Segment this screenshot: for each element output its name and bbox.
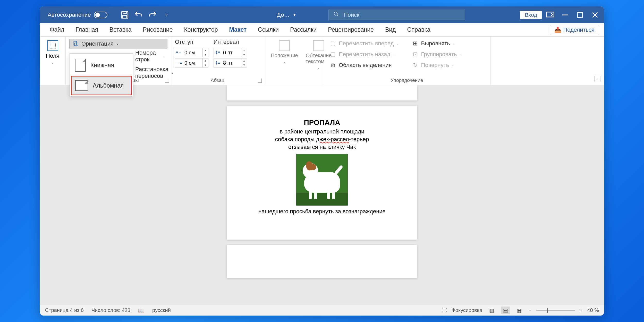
statusbar: Страница 4 из 6 Число слов: 423 📖 русски…	[40, 305, 604, 316]
spacing-before-icon: ‡≡	[214, 50, 222, 55]
menubar: Файл Главная Вставка Рисование Конструкт…	[40, 23, 604, 37]
redo-button[interactable]	[148, 10, 157, 20]
app-window: Автосохранение ▽ До… ▼ Поиск Вход Файл Г…	[40, 6, 604, 316]
tab-insert[interactable]: Вставка	[105, 24, 136, 35]
wrap-text-icon	[313, 40, 324, 51]
tab-draw[interactable]: Рисование	[138, 24, 177, 35]
spacing-after-spinner[interactable]: ‡≡ 8 пт ▲▼	[214, 58, 247, 67]
autosave-label: Автосохранение	[48, 12, 91, 18]
chevron-down-icon: ▼	[293, 13, 296, 17]
indent-left-icon: ≡→	[175, 50, 183, 55]
search-icon	[333, 11, 339, 19]
zoom-out-button[interactable]: −	[529, 307, 532, 313]
tab-design[interactable]: Конструктор	[179, 24, 222, 35]
collapse-ribbon-button[interactable]: ⌄	[594, 76, 600, 82]
orientation-dropdown: Книжная Альбомная	[70, 53, 133, 97]
focus-mode-button[interactable]: Фокусировка	[452, 307, 482, 313]
doc-heading: ПРОПАЛА	[304, 118, 340, 127]
spacing-label: Интервал	[214, 39, 247, 45]
position-icon	[279, 40, 290, 51]
undo-button[interactable]	[134, 10, 143, 20]
chevron-down-icon: ⌄	[162, 54, 165, 58]
chevron-down-icon: ⌄	[116, 42, 119, 46]
spellcheck-icon[interactable]: 📖	[138, 307, 145, 313]
send-backward-icon: ▢	[329, 51, 336, 58]
read-mode-button[interactable]: ▥	[487, 307, 496, 314]
bring-forward-icon: ▢	[329, 40, 336, 47]
print-layout-button[interactable]: ▤	[501, 307, 510, 314]
selection-pane-icon: ⎚	[329, 62, 336, 69]
svg-rect-2	[123, 15, 127, 18]
ribbon: Поля ⌄ Ориентация ⌄ Книжная Альбомная	[40, 37, 604, 85]
doc-line: в районе центральной площади	[280, 128, 364, 135]
position-button[interactable]: Положение ⌄	[268, 39, 301, 84]
group-icon: ⊡	[412, 51, 419, 58]
tab-file[interactable]: Файл	[45, 24, 69, 35]
tab-help[interactable]: Справка	[403, 24, 435, 35]
rotate-button[interactable]: ↻ Повернуть ⌄	[409, 60, 465, 70]
bring-forward-button[interactable]: ▢ Переместить вперед ⌄	[327, 39, 402, 48]
titlebar: Автосохранение ▽ До… ▼ Поиск Вход	[40, 6, 604, 23]
landscape-icon	[75, 80, 88, 91]
doc-line: отзывается на кличку Чак	[288, 144, 356, 150]
page-setup-launcher[interactable]	[165, 79, 169, 83]
paragraph-launcher[interactable]	[258, 79, 262, 83]
maximize-button[interactable]	[574, 10, 587, 20]
margins-button[interactable]: Поля ⌄	[44, 39, 62, 66]
page-prev	[227, 85, 417, 100]
svg-rect-5	[578, 12, 583, 17]
align-icon: ⊞	[412, 40, 419, 47]
toggle-switch-icon[interactable]	[94, 12, 107, 18]
orientation-landscape-item[interactable]: Альбомная	[71, 76, 132, 95]
tab-view[interactable]: Вид	[380, 24, 401, 35]
align-button[interactable]: ⊞ Выровнять ⌄	[409, 39, 465, 48]
login-button[interactable]: Вход	[520, 11, 542, 19]
tab-review[interactable]: Рецензирование	[323, 24, 378, 35]
page-next	[227, 245, 417, 278]
document-area[interactable]: ПРОПАЛА в районе центральной площади соб…	[40, 85, 604, 305]
group-button[interactable]: ⊡ Группировать ⌄	[409, 49, 465, 59]
orientation-portrait-item[interactable]: Книжная	[71, 55, 132, 76]
focus-icon: ⛶	[442, 307, 447, 313]
share-button[interactable]: 📤 Поделиться	[550, 25, 599, 35]
status-words[interactable]: Число слов: 423	[91, 307, 130, 313]
qat-dropdown[interactable]: ▽	[162, 10, 171, 20]
spacing-before-spinner[interactable]: ‡≡ 0 пт ▲▼	[214, 48, 247, 57]
status-language[interactable]: русский	[152, 307, 171, 313]
minimize-button[interactable]	[559, 10, 572, 20]
send-backward-button[interactable]: ▢ Переместить назад ⌄	[327, 49, 402, 59]
margins-icon	[47, 40, 58, 51]
indent-left-spinner[interactable]: ≡→ 0 см ▲▼	[175, 48, 208, 57]
zoom-in-button[interactable]: +	[580, 307, 583, 313]
zoom-slider[interactable]	[536, 310, 575, 311]
orientation-button[interactable]: Ориентация ⌄ Книжная Альбомная	[69, 39, 167, 49]
tab-layout[interactable]: Макет	[225, 24, 251, 35]
close-button[interactable]	[589, 10, 601, 20]
indent-right-icon: ←≡	[175, 61, 183, 65]
indent-right-spinner[interactable]: ←≡ 0 см ▲▼	[175, 58, 208, 67]
tab-home[interactable]: Главная	[71, 24, 103, 35]
page-current[interactable]: ПРОПАЛА в районе центральной площади соб…	[227, 106, 417, 240]
indent-label: Отступ	[175, 39, 208, 45]
selection-pane-button[interactable]: ⎚ Область выделения	[327, 60, 402, 70]
rotate-icon: ↻	[412, 62, 419, 69]
spacing-after-icon: ‡≡	[214, 61, 222, 65]
doc-line: собака породы джек-рассел-терьер	[275, 136, 369, 143]
tab-mailings[interactable]: Рассылки	[285, 24, 321, 35]
autosave-toggle[interactable]: Автосохранение	[48, 12, 107, 18]
svg-rect-1	[123, 12, 126, 14]
portrait-icon	[75, 59, 86, 72]
zoom-level[interactable]: 40 %	[587, 307, 599, 313]
web-layout-button[interactable]: ▦	[515, 307, 524, 314]
orientation-icon	[72, 40, 79, 47]
status-page[interactable]: Страница 4 из 6	[45, 307, 84, 313]
paragraph-group-label: Абзац	[171, 78, 264, 83]
dog-image	[296, 154, 348, 206]
document-title[interactable]: До… ▼	[277, 12, 296, 18]
search-input[interactable]: Поиск	[328, 10, 465, 20]
doc-line: нашедшего просьба вернуть за вознагражде…	[258, 208, 386, 215]
display-mode-button[interactable]	[544, 10, 557, 20]
tab-references[interactable]: Ссылки	[253, 24, 283, 35]
share-icon: 📤	[554, 27, 561, 33]
save-button[interactable]	[120, 10, 130, 20]
